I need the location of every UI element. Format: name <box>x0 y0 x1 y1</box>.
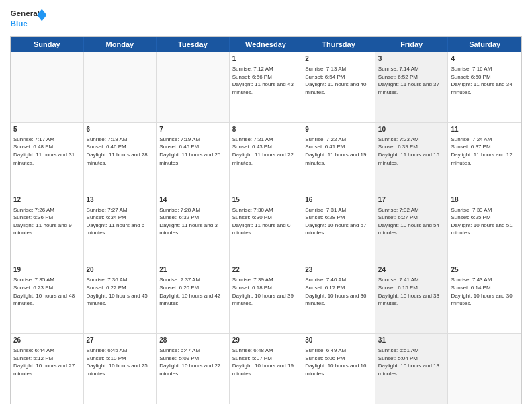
day-info: Sunrise: 7:31 AM Sunset: 6:28 PM Dayligh… <box>305 206 372 237</box>
day-number: 2 <box>305 54 372 64</box>
day-info: Sunrise: 7:27 AM Sunset: 6:34 PM Dayligh… <box>87 206 154 237</box>
day-info: Sunrise: 6:47 AM Sunset: 5:09 PM Dayligh… <box>159 347 226 377</box>
day-info: Sunrise: 7:35 AM Sunset: 6:23 PM Dayligh… <box>13 276 81 307</box>
day-info: Sunrise: 7:14 AM Sunset: 6:52 PM Dayligh… <box>378 65 445 96</box>
day-number: 6 <box>87 125 154 134</box>
day-cell-16: 16Sunrise: 7:31 AM Sunset: 6:28 PM Dayli… <box>302 193 375 263</box>
day-number: 12 <box>13 195 81 205</box>
day-number: 19 <box>13 265 81 275</box>
day-number: 8 <box>232 125 300 134</box>
day-number: 20 <box>87 265 154 275</box>
day-info: Sunrise: 7:40 AM Sunset: 6:17 PM Dayligh… <box>305 276 372 307</box>
day-number: 31 <box>378 336 445 345</box>
day-cell-13: 13Sunrise: 7:27 AM Sunset: 6:34 PM Dayli… <box>84 193 157 263</box>
day-cell-27: 27Sunrise: 6:45 AM Sunset: 5:10 PM Dayli… <box>84 334 157 404</box>
day-number: 4 <box>451 54 519 64</box>
logo-svg: General Blue <box>10 7 47 31</box>
day-cell-1: 1Sunrise: 7:12 AM Sunset: 6:56 PM Daylig… <box>230 52 303 122</box>
day-info: Sunrise: 7:13 AM Sunset: 6:54 PM Dayligh… <box>305 65 372 96</box>
day-number: 11 <box>451 125 519 134</box>
day-number: 15 <box>232 195 300 205</box>
day-number: 13 <box>87 195 154 205</box>
day-info: Sunrise: 6:48 AM Sunset: 5:07 PM Dayligh… <box>232 347 300 377</box>
day-number: 30 <box>305 336 372 345</box>
day-info: Sunrise: 7:39 AM Sunset: 6:18 PM Dayligh… <box>232 276 300 307</box>
svg-text:Blue: Blue <box>11 19 28 28</box>
day-cell-25: 25Sunrise: 7:43 AM Sunset: 6:14 PM Dayli… <box>448 263 521 333</box>
day-cell-7: 7Sunrise: 7:19 AM Sunset: 6:45 PM Daylig… <box>157 123 230 193</box>
day-info: Sunrise: 7:16 AM Sunset: 6:50 PM Dayligh… <box>451 65 519 96</box>
empty-cell-r4c6 <box>448 334 521 404</box>
day-cell-9: 9Sunrise: 7:22 AM Sunset: 6:41 PM Daylig… <box>302 123 375 193</box>
day-info: Sunrise: 6:49 AM Sunset: 5:06 PM Dayligh… <box>305 347 372 377</box>
day-cell-6: 6Sunrise: 7:18 AM Sunset: 6:46 PM Daylig… <box>84 123 157 193</box>
day-info: Sunrise: 7:24 AM Sunset: 6:37 PM Dayligh… <box>451 136 519 167</box>
header-day-thursday: Thursday <box>302 37 375 52</box>
day-cell-18: 18Sunrise: 7:33 AM Sunset: 6:25 PM Dayli… <box>448 193 521 263</box>
day-number: 9 <box>305 125 372 134</box>
day-number: 10 <box>378 125 445 134</box>
calendar-row-3: 19Sunrise: 7:35 AM Sunset: 6:23 PM Dayli… <box>11 263 521 333</box>
header-day-monday: Monday <box>84 37 157 52</box>
day-number: 28 <box>159 336 226 345</box>
day-info: Sunrise: 7:33 AM Sunset: 6:25 PM Dayligh… <box>451 206 519 237</box>
day-number: 23 <box>305 265 372 275</box>
day-cell-8: 8Sunrise: 7:21 AM Sunset: 6:43 PM Daylig… <box>230 123 303 193</box>
day-info: Sunrise: 7:32 AM Sunset: 6:27 PM Dayligh… <box>378 206 445 237</box>
day-cell-21: 21Sunrise: 7:37 AM Sunset: 6:20 PM Dayli… <box>157 263 230 333</box>
day-cell-15: 15Sunrise: 7:30 AM Sunset: 6:30 PM Dayli… <box>230 193 303 263</box>
day-number: 18 <box>451 195 519 205</box>
day-number: 1 <box>232 54 300 64</box>
day-cell-30: 30Sunrise: 6:49 AM Sunset: 5:06 PM Dayli… <box>302 334 375 404</box>
day-info: Sunrise: 7:22 AM Sunset: 6:41 PM Dayligh… <box>305 136 372 167</box>
day-cell-3: 3Sunrise: 7:14 AM Sunset: 6:52 PM Daylig… <box>375 52 449 122</box>
day-number: 25 <box>451 265 519 275</box>
day-info: Sunrise: 7:19 AM Sunset: 6:45 PM Dayligh… <box>159 136 226 167</box>
day-info: Sunrise: 7:37 AM Sunset: 6:20 PM Dayligh… <box>159 276 226 307</box>
day-cell-20: 20Sunrise: 7:36 AM Sunset: 6:22 PM Dayli… <box>84 263 157 333</box>
header: General Blue <box>10 7 522 31</box>
day-number: 27 <box>87 336 154 345</box>
day-cell-23: 23Sunrise: 7:40 AM Sunset: 6:17 PM Dayli… <box>302 263 375 333</box>
header-day-friday: Friday <box>375 37 449 52</box>
day-cell-26: 26Sunrise: 6:44 AM Sunset: 5:12 PM Dayli… <box>11 334 84 404</box>
day-number: 7 <box>159 125 226 134</box>
day-cell-14: 14Sunrise: 7:28 AM Sunset: 6:32 PM Dayli… <box>157 193 230 263</box>
day-info: Sunrise: 6:45 AM Sunset: 5:10 PM Dayligh… <box>87 347 154 377</box>
calendar-row-2: 12Sunrise: 7:26 AM Sunset: 6:36 PM Dayli… <box>11 193 521 263</box>
day-info: Sunrise: 7:17 AM Sunset: 6:48 PM Dayligh… <box>13 136 81 167</box>
day-info: Sunrise: 7:43 AM Sunset: 6:14 PM Dayligh… <box>451 276 519 307</box>
day-number: 26 <box>13 336 81 345</box>
day-number: 5 <box>13 125 81 134</box>
day-number: 21 <box>159 265 226 275</box>
day-cell-29: 29Sunrise: 6:48 AM Sunset: 5:07 PM Dayli… <box>230 334 303 404</box>
header-day-wednesday: Wednesday <box>230 37 303 52</box>
calendar-row-4: 26Sunrise: 6:44 AM Sunset: 5:12 PM Dayli… <box>11 333 521 404</box>
day-cell-22: 22Sunrise: 7:39 AM Sunset: 6:18 PM Dayli… <box>230 263 303 333</box>
day-number: 17 <box>378 195 445 205</box>
day-number: 24 <box>378 265 445 275</box>
calendar-row-1: 5Sunrise: 7:17 AM Sunset: 6:48 PM Daylig… <box>11 122 521 193</box>
day-info: Sunrise: 7:23 AM Sunset: 6:39 PM Dayligh… <box>378 136 445 167</box>
day-cell-12: 12Sunrise: 7:26 AM Sunset: 6:36 PM Dayli… <box>11 193 84 263</box>
day-number: 14 <box>159 195 226 205</box>
header-day-sunday: Sunday <box>11 37 84 52</box>
day-info: Sunrise: 7:18 AM Sunset: 6:46 PM Dayligh… <box>87 136 154 167</box>
day-info: Sunrise: 7:21 AM Sunset: 6:43 PM Dayligh… <box>232 136 300 167</box>
empty-cell-r0c0 <box>11 52 84 122</box>
calendar-row-0: 1Sunrise: 7:12 AM Sunset: 6:56 PM Daylig… <box>11 52 521 122</box>
day-number: 22 <box>232 265 300 275</box>
day-info: Sunrise: 7:30 AM Sunset: 6:30 PM Dayligh… <box>232 206 300 237</box>
day-info: Sunrise: 7:28 AM Sunset: 6:32 PM Dayligh… <box>159 206 226 237</box>
day-cell-31: 31Sunrise: 6:51 AM Sunset: 5:04 PM Dayli… <box>375 334 449 404</box>
day-info: Sunrise: 6:51 AM Sunset: 5:04 PM Dayligh… <box>378 347 445 377</box>
logo: General Blue <box>10 7 47 31</box>
day-number: 29 <box>232 336 300 345</box>
day-cell-19: 19Sunrise: 7:35 AM Sunset: 6:23 PM Dayli… <box>11 263 84 333</box>
day-cell-24: 24Sunrise: 7:41 AM Sunset: 6:15 PM Dayli… <box>375 263 449 333</box>
calendar-header: SundayMondayTuesdayWednesdayThursdayFrid… <box>11 37 521 52</box>
calendar-body: 1Sunrise: 7:12 AM Sunset: 6:56 PM Daylig… <box>11 52 521 404</box>
page: General Blue SundayMondayTuesdayWednesda… <box>0 0 532 411</box>
header-day-tuesday: Tuesday <box>157 37 230 52</box>
day-info: Sunrise: 7:36 AM Sunset: 6:22 PM Dayligh… <box>87 276 154 307</box>
